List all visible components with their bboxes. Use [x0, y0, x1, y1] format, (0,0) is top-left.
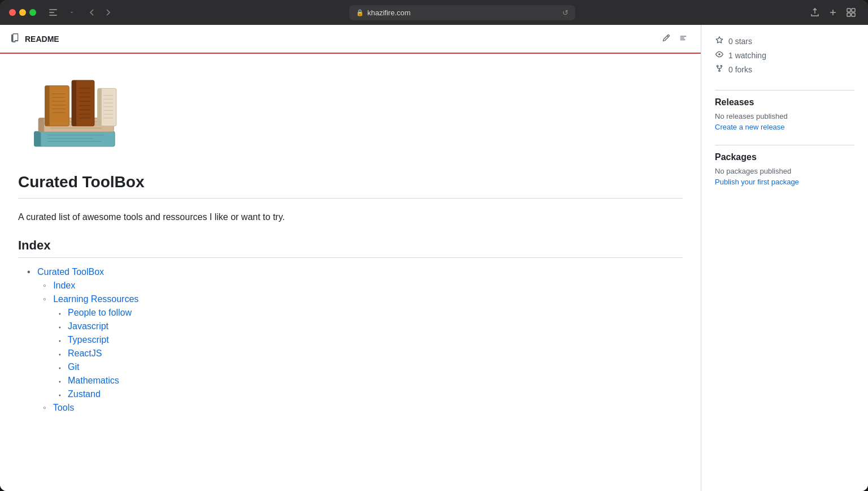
toolbar-right — [807, 6, 859, 19]
svg-rect-40 — [98, 88, 102, 126]
svg-rect-6 — [852, 13, 855, 16]
svg-rect-2 — [49, 15, 57, 16]
edit-readme-button[interactable] — [660, 32, 672, 46]
releases-title: Releases — [715, 97, 854, 107]
forward-button[interactable] — [101, 6, 115, 19]
traffic-lights — [9, 9, 36, 16]
svg-rect-7 — [34, 131, 115, 147]
stars-stat: 0 stars — [715, 34, 854, 48]
toc-link-javascript[interactable]: Javascript — [68, 321, 108, 331]
toc-link-people-to-follow[interactable]: People to follow — [68, 308, 132, 317]
releases-empty-text: No releases published — [715, 112, 854, 120]
toc-link-curated-toolbox[interactable]: Curated ToolBox — [37, 267, 104, 277]
books-illustration — [18, 67, 683, 160]
address-bar-container: 🔒 khazifire.com ↺ — [122, 5, 802, 20]
readme-label: README — [25, 35, 59, 44]
nav-buttons — [85, 6, 115, 19]
list-item: ReactJS — [59, 348, 683, 359]
list-item: Index — [43, 281, 683, 291]
minimize-button[interactable] — [19, 9, 26, 16]
sidebar-divider-1 — [715, 90, 854, 91]
sidebar: 0 stars 1 watching — [701, 25, 868, 491]
list-item: Git — [59, 362, 683, 372]
toc-link-typescript[interactable]: Typescript — [68, 335, 109, 344]
star-icon — [715, 36, 724, 46]
svg-rect-0 — [49, 9, 57, 10]
list-item: Mathematics — [59, 376, 683, 386]
sub-list: Index Learning Ressources People to foll… — [43, 281, 683, 413]
fork-icon — [715, 64, 724, 74]
stars-count: 0 stars — [728, 37, 752, 46]
list-item: Tools — [43, 403, 683, 413]
readme-header: README — [0, 25, 701, 54]
watching-stat: 1 watching — [715, 48, 854, 62]
tab-overview-button[interactable] — [843, 6, 859, 19]
packages-title: Packages — [715, 152, 854, 162]
maximize-button[interactable] — [29, 9, 36, 16]
watching-count: 1 watching — [728, 51, 766, 60]
eye-icon — [715, 50, 724, 60]
toc-link-reactjs[interactable]: ReactJS — [68, 348, 102, 358]
list-item: People to follow — [59, 308, 683, 318]
share-button[interactable] — [807, 6, 823, 19]
forks-stat: 0 forks — [715, 62, 854, 76]
svg-rect-20 — [45, 86, 50, 126]
list-item: Learning Ressources People to follow Jav… — [43, 294, 683, 399]
close-button[interactable] — [9, 9, 16, 16]
svg-rect-5 — [847, 13, 850, 16]
lock-icon: 🔒 — [356, 9, 364, 16]
reload-icon[interactable]: ↺ — [562, 8, 568, 17]
list-item: Zustand — [59, 389, 683, 399]
sidebar-stats-section: 0 stars 1 watching — [715, 34, 854, 76]
toc-link-index[interactable]: Index — [53, 281, 75, 290]
new-tab-button[interactable] — [825, 6, 841, 19]
sub-sub-list: People to follow Javascript Typescript — [59, 308, 683, 399]
svg-rect-29 — [72, 80, 76, 126]
readme-main-title: Curated ToolBox — [18, 173, 683, 199]
browser-content: README — [0, 25, 868, 491]
publish-first-package-link[interactable]: Publish your first package — [715, 178, 854, 186]
list-item: Javascript — [59, 321, 683, 331]
svg-rect-4 — [852, 8, 855, 12]
address-bar[interactable]: 🔒 khazifire.com ↺ — [349, 5, 575, 20]
svg-rect-8 — [34, 131, 41, 147]
readme-index-heading: Index — [18, 238, 683, 258]
toc-link-git[interactable]: Git — [68, 362, 79, 372]
sidebar-divider-2 — [715, 145, 854, 145]
svg-rect-3 — [847, 8, 850, 12]
list-item: Typescript — [59, 335, 683, 345]
list-item: Curated ToolBox Index Learning Ressource… — [27, 267, 683, 413]
sidebar-toggle-button[interactable] — [45, 6, 61, 19]
releases-section: Releases No releases published Create a … — [715, 97, 854, 131]
title-bar: 🔒 khazifire.com ↺ — [0, 0, 868, 25]
main-content: README — [0, 25, 701, 491]
readme-body: Curated ToolBox A curated list of awesom… — [0, 54, 701, 430]
toc-link-learning-ressources[interactable]: Learning Ressources — [53, 294, 138, 304]
sidebar-toggle-chevron[interactable] — [66, 7, 78, 18]
svg-rect-1 — [49, 12, 54, 13]
packages-empty-text: No packages published — [715, 167, 854, 175]
readme-actions — [660, 32, 689, 46]
packages-section: Packages No packages published Publish y… — [715, 152, 854, 186]
readme-title-row: README — [11, 33, 59, 44]
create-new-release-link[interactable]: Create a new release — [715, 123, 854, 131]
browser-window: 🔒 khazifire.com ↺ — [0, 0, 868, 491]
toc-link-zustand[interactable]: Zustand — [68, 389, 101, 399]
readme-description: A curated list of awesome tools and ress… — [18, 210, 683, 225]
svg-rect-14 — [38, 118, 44, 132]
toc-link-mathematics[interactable]: Mathematics — [68, 376, 119, 385]
index-list: Curated ToolBox Index Learning Ressource… — [27, 267, 683, 413]
url-text: khazifire.com — [367, 8, 411, 17]
toc-readme-button[interactable] — [677, 32, 689, 46]
forks-count: 0 forks — [728, 65, 752, 74]
back-button[interactable] — [85, 6, 99, 19]
toc-link-tools[interactable]: Tools — [53, 403, 74, 412]
readme-doc-icon — [11, 33, 20, 44]
